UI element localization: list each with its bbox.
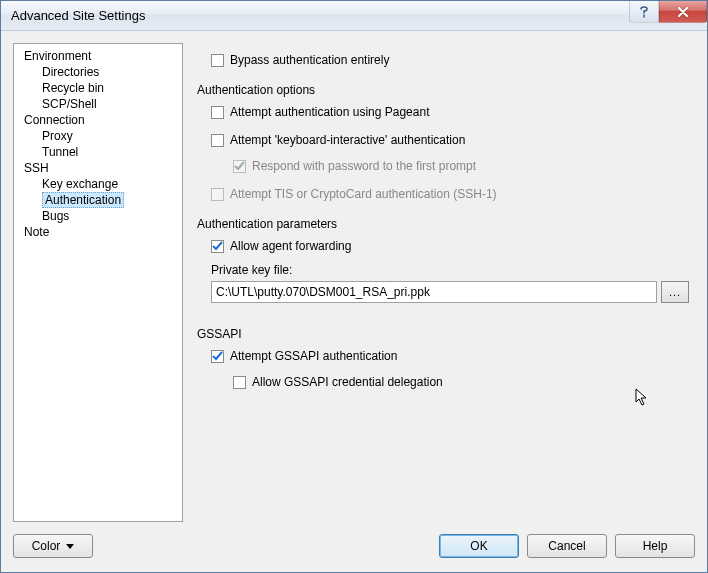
auth-params-group: Authentication parameters Allow agent fo… bbox=[197, 217, 689, 303]
respond-checkbox bbox=[233, 160, 246, 173]
gssapi-group: GSSAPI Attempt GSSAPI authentication All… bbox=[197, 327, 689, 391]
pk-input-row: ... bbox=[211, 281, 689, 303]
tree-item-proxy[interactable]: Proxy bbox=[16, 128, 180, 144]
bypass-row: Bypass authentication entirely bbox=[197, 51, 689, 69]
tree-item-bugs[interactable]: Bugs bbox=[16, 208, 180, 224]
help-button-label: Help bbox=[643, 539, 668, 553]
tree-item-tunnel[interactable]: Tunnel bbox=[16, 144, 180, 160]
respond-row: Respond with password to the first promp… bbox=[211, 157, 689, 175]
kbi-label: Attempt 'keyboard-interactive' authentic… bbox=[230, 133, 465, 147]
auth-params-title: Authentication parameters bbox=[197, 217, 689, 231]
cancel-button-label: Cancel bbox=[548, 539, 585, 553]
bypass-label: Bypass authentication entirely bbox=[230, 53, 389, 67]
tree-item-scp[interactable]: SCP/Shell bbox=[16, 96, 180, 112]
tree-item-recycle[interactable]: Recycle bin bbox=[16, 80, 180, 96]
browse-button[interactable]: ... bbox=[661, 281, 689, 303]
main-row: Environment Directories Recycle bin SCP/… bbox=[13, 43, 695, 522]
close-icon bbox=[677, 7, 689, 17]
tree-item-environment[interactable]: Environment bbox=[16, 48, 180, 64]
agent-fwd-label: Allow agent forwarding bbox=[230, 239, 351, 253]
respond-label: Respond with password to the first promp… bbox=[252, 159, 476, 173]
content-panel: Bypass authentication entirely Authentic… bbox=[195, 43, 695, 522]
titlebar-controls bbox=[629, 1, 707, 23]
nav-tree[interactable]: Environment Directories Recycle bin SCP/… bbox=[13, 43, 183, 522]
pageant-row: Attempt authentication using Pageant bbox=[211, 103, 689, 121]
tis-row: Attempt TIS or CryptoCard authentication… bbox=[211, 185, 689, 203]
agent-fwd-row: Allow agent forwarding bbox=[211, 237, 689, 255]
kbi-checkbox[interactable] bbox=[211, 134, 224, 147]
tree-item-directories[interactable]: Directories bbox=[16, 64, 180, 80]
gssapi-attempt-row: Attempt GSSAPI authentication bbox=[211, 347, 689, 365]
titlebar-help-button[interactable] bbox=[629, 1, 659, 23]
bypass-checkbox[interactable] bbox=[211, 54, 224, 67]
dialog-window: Advanced Site Settings Environment Direc… bbox=[0, 0, 708, 573]
ok-button[interactable]: OK bbox=[439, 534, 519, 558]
dialog-body: Environment Directories Recycle bin SCP/… bbox=[1, 31, 707, 572]
window-title: Advanced Site Settings bbox=[11, 8, 145, 23]
auth-options-group: Authentication options Attempt authentic… bbox=[197, 83, 689, 203]
help-button[interactable]: Help bbox=[615, 534, 695, 558]
gssapi-deleg-checkbox[interactable] bbox=[233, 376, 246, 389]
color-button-label: Color bbox=[32, 539, 61, 553]
bottom-bar: Color OK Cancel Help bbox=[13, 522, 695, 562]
tis-checkbox bbox=[211, 188, 224, 201]
pageant-label: Attempt authentication using Pageant bbox=[230, 105, 429, 119]
tree-item-ssh[interactable]: SSH bbox=[16, 160, 180, 176]
auth-options-title: Authentication options bbox=[197, 83, 689, 97]
titlebar-close-button[interactable] bbox=[659, 1, 707, 23]
pk-label: Private key file: bbox=[211, 263, 689, 277]
gssapi-deleg-row: Allow GSSAPI credential delegation bbox=[211, 373, 689, 391]
pageant-checkbox[interactable] bbox=[211, 106, 224, 119]
tree-item-authentication[interactable]: Authentication bbox=[16, 192, 180, 208]
cursor-icon bbox=[635, 388, 649, 408]
ok-button-label: OK bbox=[470, 539, 487, 553]
agent-fwd-checkbox[interactable] bbox=[211, 240, 224, 253]
gssapi-attempt-label: Attempt GSSAPI authentication bbox=[230, 349, 397, 363]
gssapi-title: GSSAPI bbox=[197, 327, 689, 341]
caret-down-icon bbox=[66, 544, 74, 549]
browse-button-label: ... bbox=[669, 286, 681, 298]
gssapi-deleg-label: Allow GSSAPI credential delegation bbox=[252, 375, 443, 389]
kbi-row: Attempt 'keyboard-interactive' authentic… bbox=[211, 131, 689, 149]
help-icon bbox=[639, 6, 649, 18]
cancel-button[interactable]: Cancel bbox=[527, 534, 607, 558]
gssapi-attempt-checkbox[interactable] bbox=[211, 350, 224, 363]
tree-item-kex[interactable]: Key exchange bbox=[16, 176, 180, 192]
private-key-input[interactable] bbox=[211, 281, 657, 303]
tree-item-note[interactable]: Note bbox=[16, 224, 180, 240]
tis-label: Attempt TIS or CryptoCard authentication… bbox=[230, 187, 497, 201]
tree-item-connection[interactable]: Connection bbox=[16, 112, 180, 128]
titlebar: Advanced Site Settings bbox=[1, 1, 707, 31]
color-button[interactable]: Color bbox=[13, 534, 93, 558]
